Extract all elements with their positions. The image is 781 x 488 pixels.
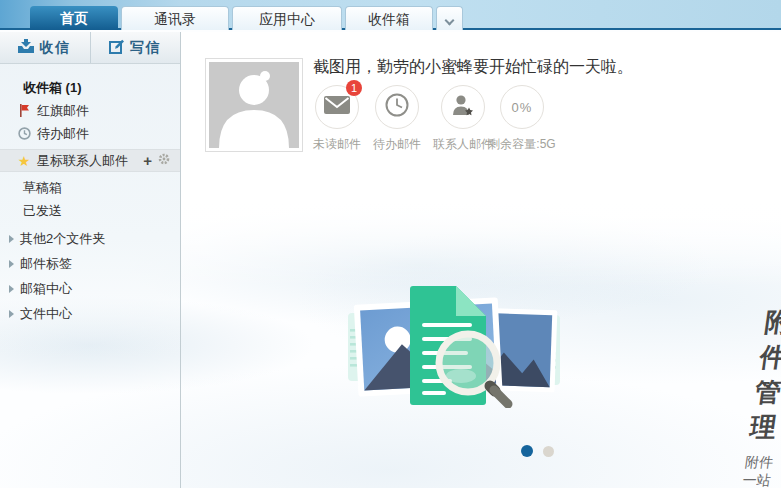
- unread-count-badge: 1: [346, 80, 362, 96]
- carousel-dots: [521, 445, 554, 457]
- banner-title: 附件管理: [748, 305, 781, 445]
- avatar[interactable]: [205, 58, 303, 152]
- banner-text: 附件管理 附件一站式管理，轻松查找！: [729, 305, 781, 488]
- tab-bar: 首页 通讯录 应用中心 收件箱: [0, 0, 781, 30]
- tab-app-center[interactable]: 应用中心: [232, 6, 342, 30]
- stat-label: 剩余容量:5G: [488, 136, 555, 153]
- folder-list: 收件箱 (1) 红旗邮件 待办邮件 ★ 星标联系人邮件 +: [0, 64, 180, 325]
- tab-inbox[interactable]: 收件箱: [345, 6, 433, 30]
- gear-icon[interactable]: [158, 153, 170, 168]
- file-center-label: 文件中心: [20, 305, 72, 323]
- red-flag-icon: [16, 104, 32, 117]
- sidebar-item-drafts[interactable]: 草稿箱: [0, 176, 180, 199]
- sidebar-item-sent[interactable]: 已发送: [0, 199, 180, 222]
- stat-label: 联系人邮件: [433, 136, 493, 153]
- storage-percent-value: 0%: [512, 100, 533, 115]
- mail-tags-label: 邮件标签: [20, 255, 72, 273]
- clock-icon: [385, 93, 409, 121]
- stat-storage[interactable]: 0% 剩余容量:5G: [490, 85, 554, 153]
- chevron-right-icon: [9, 285, 14, 293]
- main-panel: 截图用，勤劳的小蜜蜂要开始忙碌的一天啦。 1 未读邮件 待办邮件: [181, 32, 781, 488]
- pencil-square-icon: [109, 39, 125, 57]
- sidebar-item-todo[interactable]: 待办邮件: [0, 122, 180, 145]
- clock-icon: [16, 127, 32, 140]
- sidebar: 收信 写信 收件箱 (1) 红旗邮件: [0, 32, 181, 488]
- compose-mail-label: 写信: [130, 39, 162, 57]
- greeting-text: 截图用，勤劳的小蜜蜂要开始忙碌的一天啦。: [313, 57, 633, 78]
- person-star-icon: [451, 94, 475, 120]
- sidebar-item-other-folders[interactable]: 其他2个文件夹: [0, 227, 180, 250]
- avatar-placeholder-icon: [209, 62, 299, 148]
- receive-mail-label: 收信: [39, 39, 71, 57]
- sidebar-item-flagged[interactable]: 红旗邮件: [0, 99, 180, 122]
- star-row-actions: +: [143, 153, 170, 168]
- envelope-icon: [324, 96, 350, 118]
- drafts-label: 草稿箱: [23, 179, 62, 197]
- attachment-banner[interactable]: 附件管理 附件一站式管理，轻松查找！: [348, 283, 768, 408]
- add-star-contact-button[interactable]: +: [143, 153, 152, 168]
- sidebar-item-mailbox-center[interactable]: 邮箱中心: [0, 277, 180, 300]
- starred-contacts-label: 星标联系人邮件: [37, 152, 128, 170]
- receive-mail-button[interactable]: 收信: [0, 32, 91, 63]
- tray-download-icon: [18, 39, 34, 57]
- tab-home[interactable]: 首页: [30, 6, 118, 30]
- carousel-dot[interactable]: [543, 446, 554, 457]
- chevron-right-icon: [9, 235, 14, 243]
- mailbox-center-label: 邮箱中心: [20, 280, 72, 298]
- banner-subtitle: 附件一站式管理，轻松查找！: [729, 454, 775, 488]
- compose-mail-button[interactable]: 写信: [91, 32, 181, 63]
- inbox-label: 收件箱 (1): [23, 79, 82, 97]
- stat-label: 未读邮件: [313, 136, 361, 153]
- sidebar-item-starred-contacts[interactable]: ★ 星标联系人邮件 +: [0, 149, 180, 172]
- chevron-right-icon: [9, 310, 14, 318]
- flagged-label: 红旗邮件: [37, 102, 89, 120]
- chevron-right-icon: [9, 260, 14, 268]
- other-folders-label: 其他2个文件夹: [20, 230, 105, 248]
- stat-label: 待办邮件: [373, 136, 421, 153]
- carousel-dot[interactable]: [521, 445, 533, 457]
- sidebar-button-bar: 收信 写信: [0, 32, 180, 64]
- sidebar-item-mail-tags[interactable]: 邮件标签: [0, 252, 180, 275]
- attachment-illustration: [348, 283, 563, 412]
- mail-homepage: 首页 通讯录 应用中心 收件箱 收信 写信 收件箱 (1): [0, 0, 781, 488]
- sent-label: 已发送: [23, 202, 62, 220]
- todo-label: 待办邮件: [37, 125, 89, 143]
- stat-todo-mail[interactable]: 待办邮件: [365, 85, 429, 153]
- stat-unread-mail[interactable]: 1 未读邮件: [305, 85, 369, 153]
- star-icon: ★: [16, 154, 32, 168]
- chevron-down-icon: [445, 16, 455, 26]
- tab-contacts[interactable]: 通讯录: [121, 6, 229, 30]
- sidebar-item-file-center[interactable]: 文件中心: [0, 302, 180, 325]
- tab-more-button[interactable]: [436, 6, 463, 30]
- sidebar-item-inbox[interactable]: 收件箱 (1): [0, 76, 180, 99]
- stat-contact-mail[interactable]: 联系人邮件: [431, 85, 495, 153]
